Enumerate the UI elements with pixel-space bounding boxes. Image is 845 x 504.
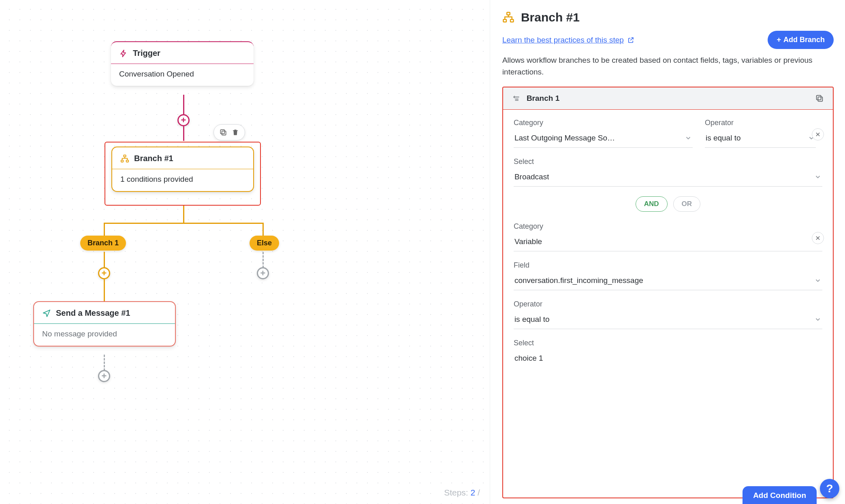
connector-dashed xyxy=(104,355,105,371)
copy-icon[interactable] xyxy=(219,128,228,137)
help-icon: ? xyxy=(826,482,833,495)
node-trigger-body: Conversation Opened xyxy=(111,64,254,86)
panel-description: Allows workflow branches to be created b… xyxy=(502,55,834,78)
field-label: Field xyxy=(514,261,822,270)
branch-card: Branch 1 Category Last Ou xyxy=(502,87,834,498)
svg-rect-5 xyxy=(507,13,510,15)
add-step-button[interactable]: + xyxy=(177,114,190,126)
field-label: Operator xyxy=(514,300,822,308)
svg-rect-0 xyxy=(222,131,226,135)
value-select[interactable]: Broadcast xyxy=(514,170,822,187)
svg-rect-2 xyxy=(124,155,126,157)
svg-rect-7 xyxy=(510,19,514,22)
learn-link[interactable]: Learn the best practices of this step xyxy=(502,36,634,45)
add-branch-button[interactable]: + Add Branch xyxy=(768,31,834,49)
condition-row: Category Variable Field conversation.fir… xyxy=(514,222,822,368)
copy-icon[interactable] xyxy=(815,94,824,103)
field-label: Category xyxy=(514,119,693,127)
node-send-message[interactable]: Send a Message #1 No message provided xyxy=(33,301,176,347)
external-link-icon xyxy=(627,36,634,44)
connector-dashed xyxy=(262,252,264,268)
field-label: Select xyxy=(514,157,822,166)
add-step-button[interactable]: + xyxy=(98,267,110,279)
condition-row: Category Last Outgoing Message So… Opera… xyxy=(514,119,822,187)
branch-icon xyxy=(502,11,514,23)
field-label: Category xyxy=(514,222,822,231)
field-label: Select xyxy=(514,339,822,347)
add-condition-button[interactable]: Add Condition xyxy=(743,486,817,504)
connector xyxy=(104,223,105,236)
steps-indicator: Steps: 2 / xyxy=(440,485,484,500)
branch-config-panel: Branch #1 Learn the best practices of th… xyxy=(490,0,845,504)
and-button[interactable]: AND xyxy=(636,196,668,212)
workflow-canvas[interactable]: Trigger Conversation Opened + xyxy=(0,0,490,504)
logic-operator-group: AND OR xyxy=(514,196,822,212)
value-select[interactable]: choice 1 xyxy=(514,351,822,368)
node-trigger[interactable]: Trigger Conversation Opened xyxy=(111,41,254,86)
panel-title: Branch #1 xyxy=(521,11,580,24)
branch-label-pill[interactable]: Branch 1 xyxy=(80,236,126,251)
remove-condition-button[interactable] xyxy=(812,128,824,140)
chevron-down-icon xyxy=(814,173,822,181)
add-step-button[interactable]: + xyxy=(98,370,110,382)
connector xyxy=(104,223,264,224)
svg-rect-4 xyxy=(126,160,129,162)
chevron-down-icon xyxy=(814,316,822,323)
connector xyxy=(183,126,184,141)
drag-handle-icon[interactable] xyxy=(512,94,520,102)
else-label-pill[interactable]: Else xyxy=(250,236,279,251)
or-button[interactable]: OR xyxy=(673,196,701,212)
node-trigger-title: Trigger xyxy=(133,49,160,58)
svg-rect-8 xyxy=(818,97,822,101)
help-fab[interactable]: ? xyxy=(820,479,839,498)
chevron-down-icon xyxy=(814,277,822,284)
connector xyxy=(262,223,264,236)
connector xyxy=(104,279,105,302)
operator-select[interactable]: is equal to xyxy=(514,313,822,329)
connector xyxy=(183,206,184,223)
branch-icon xyxy=(120,154,129,163)
chevron-down-icon xyxy=(685,134,692,142)
category-select[interactable]: Last Outgoing Message So… xyxy=(514,131,693,148)
operator-select[interactable]: is equal to xyxy=(705,131,816,148)
connector xyxy=(104,252,105,268)
node-msg-body: No message provided xyxy=(34,324,175,346)
svg-rect-3 xyxy=(121,160,124,162)
remove-condition-button[interactable] xyxy=(812,232,824,244)
add-step-button[interactable]: + xyxy=(257,267,269,279)
send-icon xyxy=(42,309,51,318)
svg-rect-6 xyxy=(503,19,506,22)
plus-icon: + xyxy=(777,36,781,44)
node-branch[interactable]: Branch #1 1 conditions provided xyxy=(111,147,254,192)
node-toolbar xyxy=(213,124,245,140)
svg-rect-1 xyxy=(220,130,224,134)
field-select[interactable]: conversation.first_incoming_message xyxy=(514,274,822,290)
node-msg-title: Send a Message #1 xyxy=(56,308,130,318)
category-select[interactable]: Variable xyxy=(514,235,822,251)
branch-card-title: Branch 1 xyxy=(527,94,559,103)
field-label: Operator xyxy=(705,119,816,127)
node-branch-body: 1 conditions provided xyxy=(112,169,253,191)
trash-icon[interactable] xyxy=(231,128,240,137)
node-branch-title: Branch #1 xyxy=(134,154,173,163)
bolt-icon xyxy=(119,49,128,58)
svg-rect-9 xyxy=(817,96,821,100)
